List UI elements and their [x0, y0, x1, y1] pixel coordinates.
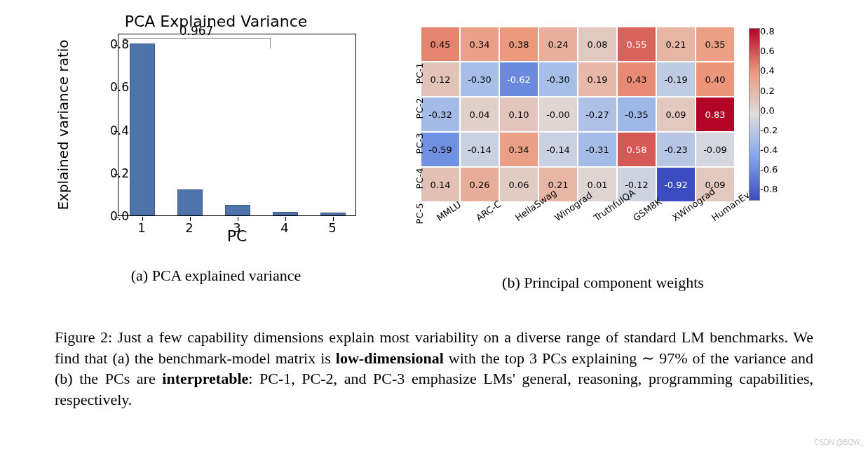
- bar-ytick: 0.0: [94, 209, 129, 223]
- bar: [273, 212, 298, 215]
- bar: [320, 213, 346, 215]
- bar-ytick: 0.6: [94, 80, 129, 94]
- heatmap-cell: 0.38: [499, 27, 538, 62]
- watermark: CSDN @BQW_: [814, 438, 864, 446]
- heatmap-cell: 0.45: [421, 27, 460, 62]
- heatmap-row-label: PC-4: [414, 168, 425, 195]
- heatmap-row-label: PC-5: [414, 203, 425, 230]
- heatmap-col-label: MMLU: [435, 199, 463, 223]
- figure-row: PCA Explained Variance 0.967 Explained v…: [55, 13, 813, 307]
- heatmap-cell: 0.24: [538, 27, 578, 62]
- heatmap-cell: 0.06: [499, 167, 538, 202]
- colorbar-tick: 0.4: [760, 65, 775, 76]
- heatmap-cell: -0.14: [538, 132, 578, 167]
- caption-bold-2: interpretable: [162, 370, 248, 387]
- figure-page: PCA Explained Variance 0.967 Explained v…: [0, 0, 868, 449]
- colorbar-tick: 0.2: [760, 85, 775, 95]
- heatmap-cell: -0.92: [656, 167, 696, 202]
- heatmap-cell: -0.09: [696, 132, 735, 167]
- heatmap-cell: 0.04: [460, 97, 499, 132]
- heatmap-cell: -0.32: [421, 97, 460, 132]
- heatmap-cell: 0.12: [421, 62, 460, 97]
- heatmap-cell: 0.26: [460, 167, 499, 202]
- heatmap-cell: -0.59: [421, 132, 460, 167]
- bar-chart: PCA Explained Variance 0.967 Explained v…: [62, 13, 370, 258]
- heatmap-cell: 0.08: [578, 27, 617, 62]
- colorbar-tick: 0.0: [760, 105, 775, 115]
- subfigure-b: 0.450.340.380.240.080.550.210.350.12-0.3…: [393, 13, 813, 292]
- heatmap-cell: 0.40: [696, 62, 735, 97]
- heatmap-cell: -0.00: [538, 97, 578, 132]
- heatmap: 0.450.340.380.240.080.550.210.350.12-0.3…: [393, 13, 813, 265]
- heatmap-cell: 0.14: [421, 167, 460, 202]
- bar: [177, 189, 203, 215]
- heatmap-cell: -0.27: [578, 97, 617, 132]
- heatmap-cell: 0.21: [656, 27, 696, 62]
- heatmap-cell: -0.23: [656, 132, 696, 167]
- subfigure-a: PCA Explained Variance 0.967 Explained v…: [55, 13, 377, 285]
- heatmap-cell: -0.30: [460, 62, 499, 97]
- heatmap-cell: -0.62: [499, 62, 538, 97]
- bar-plot-area: [118, 34, 356, 216]
- colorbar-tick: -0.8: [760, 184, 778, 194]
- heatmap-col-label: ARC-C: [474, 199, 503, 223]
- heatmap-row-label: PC-2: [414, 98, 425, 125]
- heatmap-cell: 0.34: [499, 132, 538, 167]
- colorbar-tick: 0.6: [760, 46, 775, 56]
- heatmap-row-label: PC-3: [414, 133, 425, 160]
- heatmap-cell: -0.31: [578, 132, 617, 167]
- colorbar-tick: -0.6: [760, 164, 778, 175]
- heatmap-cell: 0.43: [617, 62, 656, 97]
- figure-caption: Figure 2: Just a few capability dimensio…: [55, 327, 813, 410]
- bar: [130, 43, 155, 215]
- colorbar-tick: -0.4: [760, 144, 778, 154]
- subcaption-a: (a) PCA explained variance: [131, 267, 301, 285]
- heatmap-cell: 0.58: [617, 132, 656, 167]
- heatmap-cell: 0.83: [696, 97, 735, 132]
- heatmap-cell: 0.10: [499, 97, 538, 132]
- heatmap-cell: -0.19: [656, 62, 696, 97]
- heatmap-row-label: PC-1: [414, 63, 425, 90]
- heatmap-cell: 0.19: [578, 62, 617, 97]
- subcaption-b: (b) Principal component weights: [502, 274, 704, 292]
- heatmap-cell: -0.30: [538, 62, 578, 97]
- bar-ytick: 0.4: [94, 123, 129, 138]
- bar-ylabel: Explained variance ratio: [55, 34, 72, 216]
- bar-ytick: 0.2: [94, 166, 129, 180]
- heatmap-cell: 0.35: [696, 27, 735, 62]
- heatmap-cell: -0.14: [460, 132, 499, 167]
- heatmap-cell: -0.35: [617, 97, 656, 132]
- heatmap-cell: 0.34: [460, 27, 499, 62]
- colorbar-tick: 0.8: [760, 26, 775, 36]
- heatmap-cell: 0.09: [656, 97, 696, 132]
- colorbar-tick: -0.2: [760, 124, 778, 135]
- caption-bold-1: low-dimensional: [336, 349, 444, 367]
- heatmap-cell: 0.55: [617, 27, 656, 62]
- colorbar: [749, 28, 760, 201]
- bar-ytick: 0.8: [94, 37, 129, 51]
- bar: [225, 205, 250, 215]
- bar-xlabel: PC: [118, 227, 356, 245]
